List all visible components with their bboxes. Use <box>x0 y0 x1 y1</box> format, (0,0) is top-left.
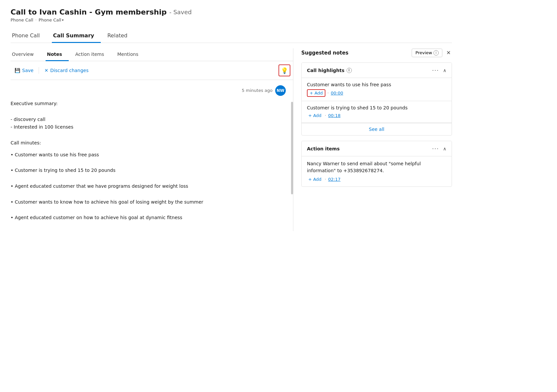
time-link-1[interactable]: 00:00 <box>331 91 343 96</box>
breadcrumb-separator: · <box>35 18 37 22</box>
action-items-label: Action items <box>307 146 340 151</box>
time-link-2[interactable]: 00:18 <box>328 113 340 118</box>
note-discovery: - discovery call <box>11 116 286 124</box>
note-bullet-2: • Customer is trying to shed 15 to 20 po… <box>11 167 286 175</box>
preview-button[interactable]: Preview i <box>412 49 442 57</box>
note-bullet-3: • Agent educated customer that we have p… <box>11 182 286 190</box>
tab-phone-call[interactable]: Phone Call <box>11 29 47 43</box>
top-tabs: Phone Call Call Summary Related <box>11 29 452 43</box>
add-highlight-1-button[interactable]: + Add <box>307 89 325 97</box>
note-spacer-2 <box>11 159 286 167</box>
main-layout: Overview Notes Action items Mentions 💾 S… <box>11 48 452 231</box>
notes-timestamp: 5 minutes ago <box>242 87 273 94</box>
page-title: Call to Ivan Cashin - Gym membership - S… <box>11 8 452 16</box>
close-suggested-notes-button[interactable]: ✕ <box>445 48 452 57</box>
notes-content: 5 minutes ago NW Executive summary: - di… <box>11 85 291 226</box>
note-licenses: - Interested in 100 licenses <box>11 123 286 131</box>
call-highlights-label: Call highlights <box>307 68 345 73</box>
add-label-2: Add <box>313 113 321 118</box>
dot-sep-1: · <box>327 91 329 96</box>
left-panel: Overview Notes Action items Mentions 💾 S… <box>11 48 293 231</box>
note-call-minutes: Call minutes: <box>11 139 286 147</box>
add-action-item-1-button[interactable]: + Add <box>307 176 323 182</box>
notes-area: 5 minutes ago NW Executive summary: - di… <box>11 80 293 231</box>
see-all-link[interactable]: See all <box>369 127 385 132</box>
toolbar: 💾 Save ✕ Discard changes 💡 <box>11 61 293 80</box>
note-spacer-5 <box>11 206 286 214</box>
action-items-actions: ··· ∧ <box>431 145 446 152</box>
action-items-collapse-button[interactable]: ∧ <box>443 146 446 151</box>
discard-button[interactable]: ✕ Discard changes <box>40 66 93 75</box>
note-bullet-5: • Agent educated customer on how to achi… <box>11 214 286 222</box>
highlight-item-2: Customer is trying to shed 15 to 20 poun… <box>302 101 452 123</box>
call-highlights-collapse-button[interactable]: ∧ <box>443 68 446 73</box>
save-icon: 💾 <box>15 68 20 73</box>
breadcrumb-dropdown[interactable]: Phone Call ▾ <box>39 18 64 22</box>
discard-label: Discard changes <box>50 68 89 73</box>
title-text: Call to Ivan Cashin - Gym membership <box>11 8 167 16</box>
note-spacer-3 <box>11 175 286 182</box>
note-section-summary: Executive summary: - discovery call - In… <box>11 100 286 147</box>
breadcrumb-item-2: Phone Call <box>39 18 61 22</box>
action-items-title: Action items <box>307 146 431 151</box>
call-highlights-more-button[interactable]: ··· <box>431 67 440 74</box>
note-executive-summary: Executive summary: <box>11 100 286 108</box>
dot-sep-2: · <box>325 113 326 118</box>
subtab-overview[interactable]: Overview <box>11 48 40 61</box>
highlight-text-1: Customer wants to use his free pass <box>307 82 446 87</box>
breadcrumb: Phone Call · Phone Call ▾ <box>11 18 452 22</box>
call-highlights-header: Call highlights i ··· ∧ <box>302 63 452 78</box>
highlight-item-1: Customer wants to use his free pass + Ad… <box>302 78 452 101</box>
action-item-actions-1: + Add · 02:17 <box>307 176 446 182</box>
plus-icon-action-1: + <box>308 177 312 182</box>
call-highlights-card: Call highlights i ··· ∧ Customer wants t… <box>301 62 452 136</box>
saved-status: - Saved <box>169 9 192 16</box>
lightbulb-icon: 💡 <box>281 67 288 74</box>
add-label-1: Add <box>315 91 323 96</box>
preview-label: Preview <box>415 50 432 55</box>
sub-tabs: Overview Notes Action items Mentions <box>11 48 293 61</box>
action-items-more-button[interactable]: ··· <box>431 145 440 152</box>
subtab-mentions[interactable]: Mentions <box>116 48 145 61</box>
page-header: Call to Ivan Cashin - Gym membership - S… <box>11 8 452 22</box>
scroll-bar <box>291 102 293 194</box>
save-button[interactable]: 💾 Save <box>11 66 37 75</box>
action-item-1: Nancy Warner to send email about "some h… <box>302 156 452 186</box>
highlight-actions-1: + Add · 00:00 <box>307 89 446 97</box>
suggested-notes-title: Suggested notes <box>301 50 409 56</box>
note-spacer <box>11 131 286 139</box>
call-highlights-actions: ··· ∧ <box>431 67 446 74</box>
suggested-notes-header: Suggested notes Preview i ✕ <box>301 48 452 57</box>
close-icon: ✕ <box>44 68 48 73</box>
see-all-row: See all <box>302 123 452 135</box>
highlight-text-2: Customer is trying to shed 15 to 20 poun… <box>307 105 446 110</box>
close-icon: ✕ <box>446 50 451 56</box>
action-items-card: Action items ··· ∧ Nancy Warner to send … <box>301 141 452 187</box>
toolbar-divider <box>39 67 39 74</box>
highlight-actions-2: + Add · 00:18 <box>307 112 446 119</box>
avatar: NW <box>275 85 286 96</box>
subtab-notes[interactable]: Notes <box>46 48 69 61</box>
plus-icon-2: + <box>308 113 312 118</box>
save-label: Save <box>22 68 33 73</box>
action-item-text-1: Nancy Warner to send email about "some h… <box>307 160 446 174</box>
action-time-link-1[interactable]: 02:17 <box>328 177 340 182</box>
note-line-1 <box>11 108 286 116</box>
info-icon: i <box>433 50 439 56</box>
notes-meta: 5 minutes ago NW <box>11 85 286 96</box>
add-highlight-2-button[interactable]: + Add <box>307 112 323 119</box>
add-action-label-1: Add <box>313 177 321 182</box>
lightbulb-button[interactable]: 💡 <box>278 64 290 76</box>
call-highlights-info-icon[interactable]: i <box>347 68 352 73</box>
subtab-action-items[interactable]: Action items <box>74 48 111 61</box>
note-bullets: • Customer wants to use his free pass • … <box>11 151 286 222</box>
note-bullet-4: • Customer wants to know how to achieve … <box>11 198 286 206</box>
right-panel: Suggested notes Preview i ✕ Call highlig… <box>293 48 452 231</box>
call-highlights-title: Call highlights i <box>307 68 431 73</box>
action-items-header: Action items ··· ∧ <box>302 141 452 156</box>
chevron-down-icon: ▾ <box>62 18 63 22</box>
tab-related[interactable]: Related <box>106 29 134 43</box>
breadcrumb-item-1: Phone Call <box>11 18 33 22</box>
dot-sep-action-1: · <box>325 177 326 182</box>
tab-call-summary[interactable]: Call Summary <box>52 29 101 43</box>
